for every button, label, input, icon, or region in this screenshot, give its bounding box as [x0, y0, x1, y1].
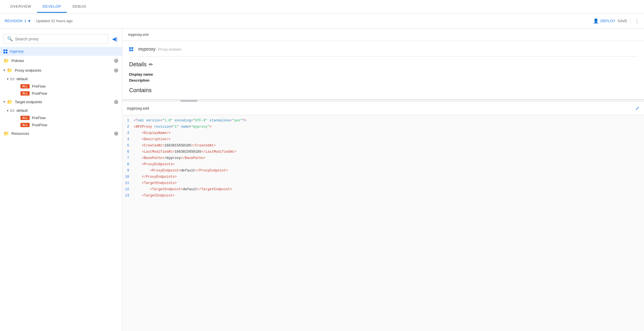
target-postflow-badge: ALL: [20, 123, 30, 127]
add-resources-button[interactable]: ⊕: [114, 131, 119, 136]
person-icon: 👤: [593, 18, 599, 24]
save-button[interactable]: SAVE: [618, 19, 627, 23]
sidebar-item-policies[interactable]: 📁 Policies ⊕: [0, 56, 122, 65]
code-line: 6 <LastModifiedAt>1663015650185</LastMod…: [122, 149, 644, 155]
add-proxy-endpoint-button[interactable]: ⊕: [114, 67, 119, 73]
line-number: 6: [122, 149, 134, 155]
line-content: <CreatedAt>1663015650185</CreatedAt>: [134, 143, 644, 148]
target-default-arrow: ▾: [7, 109, 9, 113]
line-content: <?xml version="1.0" encoding="UTF-8" sta…: [134, 118, 644, 123]
add-target-endpoint-button[interactable]: ⊕: [114, 99, 119, 105]
code-line: 3 <DisplayName/>: [122, 130, 644, 136]
target-default-label: default: [16, 108, 28, 113]
code-line: 13 <TargetEndpoint>: [122, 193, 644, 199]
tab-develop[interactable]: DEVELOP: [37, 1, 67, 13]
search-icon: 🔍: [7, 36, 13, 42]
content-area: myproxy.xml myproxy Proxy revision Detai…: [122, 28, 644, 331]
line-content: </ProxyEndpoints>: [134, 174, 644, 180]
line-content: <ProxyEndpoint>default</ProxyEndpoint>: [134, 168, 644, 173]
display-name-row: Display name: [129, 72, 637, 76]
myproxy-label: myproxy: [10, 49, 24, 53]
tab-overview[interactable]: OVERVIEW: [5, 1, 37, 13]
proxy-endpoints-header[interactable]: ▾ 📁 Proxy endpoints ⊕: [0, 65, 122, 75]
line-number: 13: [122, 193, 134, 198]
target-preflow[interactable]: ALL PreFlow: [7, 114, 122, 121]
policies-folder-icon: 📁: [3, 58, 9, 63]
code-filename: myproxy.xml: [127, 106, 149, 111]
search-box: 🔍: [3, 34, 109, 44]
line-content: <LastModifiedAt>1663015650185</LastModif…: [134, 149, 644, 155]
target-preflow-badge: ALL: [20, 116, 30, 120]
code-line: 10 </ProxyEndpoints>: [122, 174, 644, 180]
proxy-postflow[interactable]: ALL PostFlow: [7, 90, 122, 97]
details-title: Details ✏: [129, 61, 637, 68]
file-tab-bar: myproxy.xml: [122, 28, 644, 41]
proxy-preflow-badge: ALL: [20, 84, 30, 88]
target-endpoints-folder-icon: 📁: [7, 99, 13, 105]
proxy-postflow-label: PostFlow: [32, 91, 47, 96]
scroll-thumb: [180, 100, 197, 102]
resources-folder-icon: 📁: [3, 131, 9, 136]
line-content: <DisplayName/>: [134, 130, 644, 136]
proxy-postflow-badge: ALL: [20, 91, 30, 96]
target-endpoints-arrow: ▾: [3, 100, 5, 104]
proxy-default-label: default: [16, 77, 28, 81]
expand-icon[interactable]: ⤢: [635, 105, 639, 111]
line-number: 9: [122, 168, 134, 173]
line-number: 5: [122, 143, 134, 148]
proxy-endpoints-children: ▾ default ALL PreFlow AL: [0, 75, 122, 97]
horizontal-scrollbar[interactable]: [122, 100, 644, 102]
code-line: 12 <TargetEndpoint>default</TargetEndpoi…: [122, 186, 644, 193]
revision-dropdown-arrow: ▾: [28, 18, 30, 24]
tab-debug[interactable]: DEBUG: [67, 1, 92, 13]
target-postflow-label: PostFlow: [32, 123, 47, 127]
line-content: <TargetEndpoint>default</TargetEndpoint>: [134, 187, 644, 192]
proxy-endpoints-group: ▾ 📁 Proxy endpoints ⊕ ▾ default: [0, 65, 122, 97]
sidebar-item-resources[interactable]: 📁 Resources ⊕: [0, 129, 122, 138]
search-input[interactable]: [15, 37, 105, 41]
target-endpoint-default[interactable]: ▾ default: [7, 107, 122, 114]
code-editor: 1<?xml version="1.0" encoding="UTF-8" st…: [122, 115, 644, 201]
code-line: 1<?xml version="1.0" encoding="UTF-8" st…: [122, 117, 644, 124]
code-line: 8 <ProxyEndpoints>: [122, 161, 644, 167]
line-number: 1: [122, 118, 134, 123]
target-endpoints-children: ▾ default ALL PreFlow AL: [0, 107, 122, 129]
proxy-preflow-label: PreFlow: [32, 84, 46, 88]
details-panel: myproxy Proxy revision Details ✏ Display…: [122, 41, 644, 100]
proxy-header-grid-icon: [129, 47, 133, 51]
line-number: 8: [122, 162, 134, 167]
more-button[interactable]: ⋮: [634, 18, 639, 24]
details-section: Details ✏ Display name Description Conta…: [129, 56, 637, 94]
line-number: 11: [122, 180, 134, 186]
edit-icon[interactable]: ✏: [149, 61, 153, 68]
proxy-preflow[interactable]: ALL PreFlow: [7, 83, 122, 90]
proxy-name: myproxy: [138, 47, 155, 52]
collapse-sidebar-button[interactable]: ◀|: [111, 35, 119, 43]
add-policies-button[interactable]: ⊕: [114, 58, 119, 63]
code-panel: myproxy.xml ⤢ 1<?xml version="1.0" encod…: [122, 102, 644, 331]
proxy-default-dots-icon: [10, 78, 14, 80]
deploy-button[interactable]: 👤 DEPLOY: [593, 18, 616, 24]
line-content: <APIProxy revision="1" name="myproxy">: [134, 124, 644, 130]
target-endpoints-label: Target endpoints: [15, 100, 114, 104]
line-content: <Description/>: [134, 136, 644, 142]
proxy-endpoints-folder-icon: 📁: [7, 68, 13, 73]
updated-text: Updated 22 hours ago: [36, 19, 73, 23]
proxy-subtitle: Proxy revision: [158, 47, 181, 51]
top-nav: OVERVIEW DEVELOP DEBUG: [0, 0, 644, 14]
sidebar-item-myproxy[interactable]: myproxy: [0, 47, 122, 56]
target-endpoints-header[interactable]: ▾ 📁 Target endpoints ⊕: [0, 97, 122, 107]
code-line: 4 <Description/>: [122, 136, 644, 142]
revision-button[interactable]: REVISION: 1 ▾: [5, 18, 30, 24]
file-tab-myproxy[interactable]: myproxy.xml: [127, 32, 150, 37]
proxy-header: myproxy Proxy revision: [129, 47, 637, 52]
target-postflow[interactable]: ALL PostFlow: [7, 121, 122, 129]
code-line: 11 <TargetEndpoints>: [122, 180, 644, 186]
code-line: 5 <CreatedAt>1663015650185</CreatedAt>: [122, 142, 644, 149]
toolbar-divider: [631, 18, 631, 24]
proxy-endpoints-arrow: ▾: [3, 68, 5, 72]
code-line: 9 <ProxyEndpoint>default</ProxyEndpoint>: [122, 167, 644, 174]
target-preflow-label: PreFlow: [32, 116, 46, 120]
proxy-endpoint-default[interactable]: ▾ default: [7, 75, 122, 83]
myproxy-grid-icon: [3, 49, 7, 53]
